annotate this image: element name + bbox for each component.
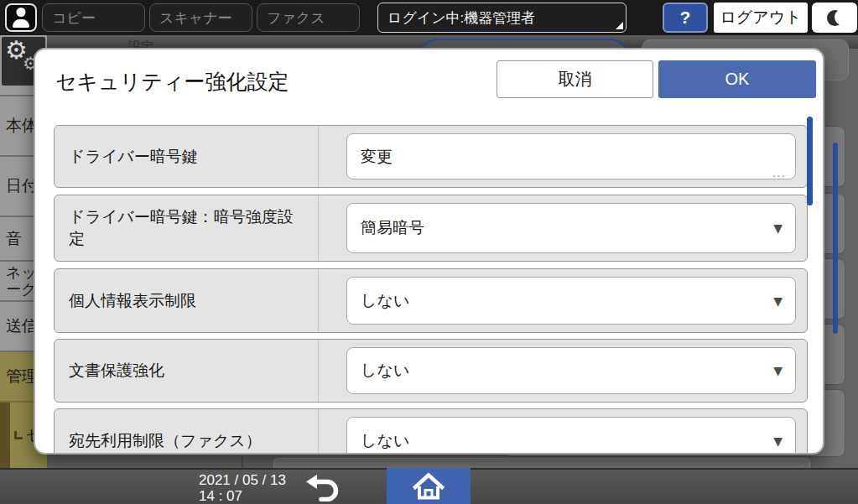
setting-row-encryption-strength: ドライバー暗号鍵：暗号強度設定 簡易暗号 ▼ — [54, 195, 808, 262]
sub-level-corner-icon — [14, 431, 23, 439]
top-status-bar: コピー スキャナー ファクス ログイン中:機器管理者 ? ログアウト — [0, 0, 858, 35]
sleep-mode-button[interactable] — [812, 3, 857, 33]
tab-fax[interactable]: ファクス — [257, 3, 360, 32]
date-text: 2021 / 05 / 13 — [199, 472, 286, 488]
setting-row-driver-encryption-key: ドライバー暗号鍵 変更 ... — [54, 125, 808, 188]
ok-button[interactable]: OK — [658, 60, 816, 98]
moon-icon — [825, 8, 845, 28]
bottom-navigation-bar: 2021 / 05 / 13 14 : 07 — [0, 468, 858, 504]
ellipsis-icon: ... — [772, 165, 786, 180]
tab-copy[interactable]: コピー — [42, 3, 145, 32]
setting-label: 個人情報表示制限 — [55, 269, 319, 332]
cancel-button[interactable]: 取消 — [497, 60, 653, 98]
document-protection-dropdown[interactable]: しない ▼ — [346, 347, 796, 394]
date-time-display: 2021 / 05 / 13 14 : 07 — [199, 472, 286, 504]
personal-info-dropdown[interactable]: しない ▼ — [346, 277, 796, 325]
home-button[interactable] — [387, 468, 471, 504]
setting-label: ドライバー暗号鍵：暗号強度設定 — [55, 195, 319, 261]
fax-destination-dropdown[interactable]: しない ▼ — [346, 417, 796, 455]
selected-value: しない — [361, 360, 409, 382]
selected-value: しない — [361, 290, 409, 312]
change-button[interactable]: 変更 ... — [346, 133, 796, 179]
setting-value: 変更 — [361, 146, 393, 168]
chevron-down-icon: ▼ — [773, 221, 783, 235]
dialog-title: セキュリティー強化設定 — [55, 68, 289, 96]
home-icon — [412, 472, 445, 501]
background-bottom-panel — [273, 458, 810, 468]
setting-label: 文書保護強化 — [55, 340, 319, 402]
back-button[interactable] — [295, 470, 351, 504]
chevron-down-icon: ▼ — [773, 294, 783, 308]
logout-button[interactable]: ログアウト — [714, 3, 808, 33]
selected-sub-indicator — [0, 403, 10, 468]
setting-row-personal-info-restriction: 個人情報表示制限 しない ▼ — [54, 268, 808, 333]
encryption-strength-dropdown[interactable]: 簡易暗号 ▼ — [346, 203, 796, 253]
background-panel-divider — [242, 456, 243, 468]
selected-value: 簡易暗号 — [361, 217, 424, 239]
security-settings-dialog: セキュリティー強化設定 取消 OK ドライバー暗号鍵 変更 ... ドライバー暗… — [34, 48, 824, 455]
login-status-button[interactable]: ログイン中:機器管理者 — [377, 3, 627, 33]
time-text: 14 : 07 — [199, 488, 286, 504]
setting-row-document-protection: 文書保護強化 しない ▼ — [54, 339, 808, 403]
tab-scanner[interactable]: スキャナー — [149, 3, 252, 32]
chevron-down-icon: ▼ — [773, 364, 783, 377]
chevron-down-icon: ▼ — [773, 434, 783, 448]
dialog-scrollbar-thumb[interactable] — [807, 117, 813, 205]
setting-row-fax-destination-restriction: 宛先利用制限（ファクス） しない ▼ — [54, 408, 808, 455]
background-scrollbar-thumb — [833, 143, 838, 334]
back-arrow-icon — [304, 473, 342, 501]
help-button[interactable]: ? — [663, 3, 708, 33]
selected-value: しない — [361, 430, 409, 452]
setting-label: ドライバー暗号鍵 — [55, 126, 319, 187]
device-touchscreen: 設定 ⚙ ⚙ 本体 日付 音 ネッ ーク 送信 — [0, 0, 858, 504]
setting-label: 宛先利用制限（ファクス） — [55, 409, 319, 455]
user-account-button[interactable] — [5, 3, 37, 32]
user-icon — [12, 8, 30, 28]
